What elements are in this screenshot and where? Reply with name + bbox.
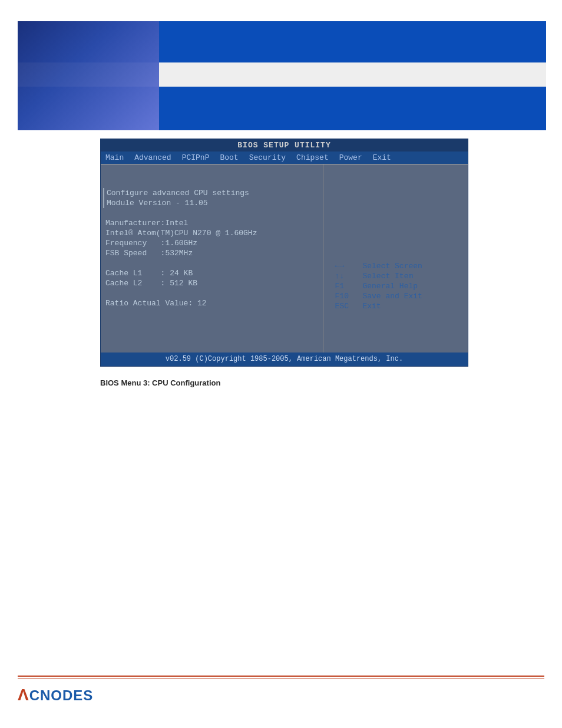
- manufacturer: Manufacturer:Intel: [105, 219, 188, 228]
- menu-exit[interactable]: Exit: [373, 153, 391, 163]
- acnodes-logo: ΛCNODES: [18, 686, 544, 704]
- header-circuit-image: [18, 21, 159, 130]
- bios-left-panel: Configure advanced CPU settings Module V…: [101, 164, 323, 353]
- menu-advanced[interactable]: Advanced: [134, 153, 171, 163]
- cache-l1: Cache L1 : 24 KB: [105, 269, 193, 278]
- footer-divider-2: [18, 678, 544, 678]
- help-save-exit: Save and Exit: [362, 292, 422, 301]
- bios-right-panel: ←→ Select Screen ↑↓ Select Item F1 Gener…: [323, 164, 468, 353]
- bios-body: Configure advanced CPU settings Module V…: [101, 164, 468, 353]
- key-arrows-lr: ←→: [335, 262, 345, 271]
- help-select-item: Select Item: [362, 272, 413, 281]
- help-exit: Exit: [362, 302, 381, 311]
- logo-a-letter: Λ: [18, 686, 29, 704]
- logo-text: CNODES: [29, 687, 94, 703]
- config-line: Configure advanced CPU settings: [107, 189, 249, 197]
- bios-help-keys: ←→ Select Screen ↑↓ Select Item F1 Gener…: [335, 261, 422, 311]
- frequency: Frequency :1.60GHz: [105, 239, 197, 248]
- page-footer: ΛCNODES: [18, 676, 544, 704]
- help-general: General Help: [362, 282, 418, 291]
- header-banner: [18, 21, 546, 130]
- key-esc: ESC: [335, 302, 349, 311]
- menu-pcipnp[interactable]: PCIPnP: [182, 153, 210, 163]
- bios-title: BIOS SETUP UTILITY: [101, 139, 468, 151]
- cache-l2: Cache L2 : 512 KB: [105, 279, 197, 288]
- bios-footer: v02.59 (C)Copyright 1985-2005, American …: [101, 353, 468, 366]
- menu-security[interactable]: Security: [249, 153, 286, 163]
- menu-power[interactable]: Power: [339, 153, 362, 163]
- key-f10: F10: [335, 292, 349, 301]
- ratio-value: Ratio Actual Value: 12: [105, 299, 207, 308]
- cpu-name: Intel® Atom(TM)CPU N270 @ 1.60GHz: [105, 229, 257, 238]
- bios-menu-bar: Main Advanced PCIPnP Boot Security Chips…: [101, 151, 468, 164]
- footer-divider-1: [18, 676, 544, 677]
- key-f1: F1: [335, 282, 345, 291]
- figure-caption: BIOS Menu 3: CPU Configuration: [100, 378, 562, 387]
- cpu-settings-block: Configure advanced CPU settings Module V…: [103, 188, 318, 208]
- menu-boot[interactable]: Boot: [220, 153, 238, 163]
- module-version: Module Version - 11.05: [107, 199, 208, 207]
- bios-window: BIOS SETUP UTILITY Main Advanced PCIPnP …: [100, 139, 468, 367]
- help-select-screen: Select Screen: [362, 262, 422, 271]
- key-arrows-ud: ↑↓: [335, 272, 345, 281]
- menu-chipset[interactable]: Chipset: [296, 153, 329, 163]
- fsb-speed: FSB Speed :532MHz: [105, 249, 193, 258]
- menu-main[interactable]: Main: [105, 153, 124, 163]
